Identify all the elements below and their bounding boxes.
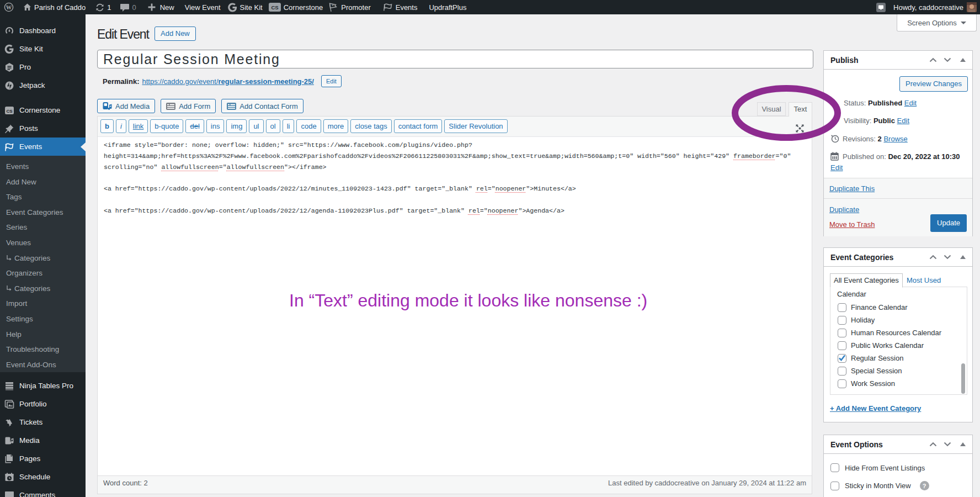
svg-text:CS: CS [6, 108, 13, 113]
svg-text:W: W [6, 4, 12, 10]
svg-text:CS: CS [271, 4, 278, 10]
svg-text:P: P [332, 3, 334, 7]
